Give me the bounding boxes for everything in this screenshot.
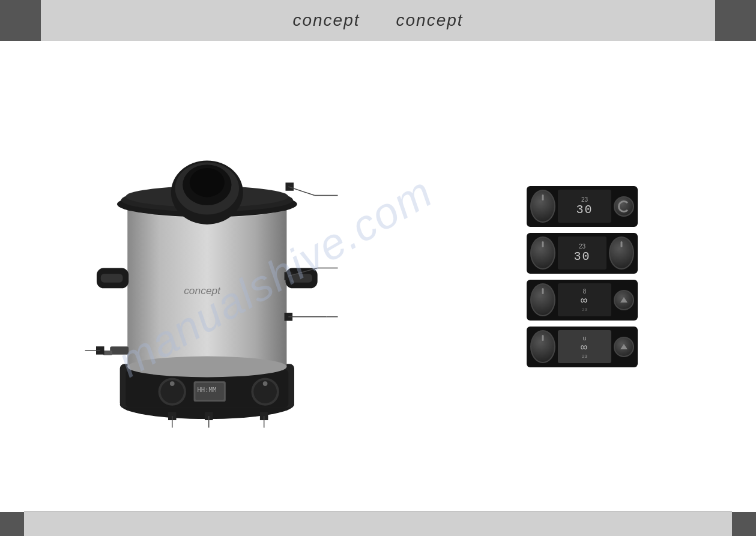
cp-arrow-icon-3 [620, 297, 627, 303]
cp-arrow-btn-3 [614, 290, 634, 310]
main-content: manualshive.com [0, 41, 756, 512]
control-panel-4: u ∞ 23 [527, 327, 638, 367]
cp-arrow-btn-4 [614, 337, 634, 357]
footer-left-block [0, 512, 24, 536]
cp-refresh-btn-1 [614, 196, 634, 217]
cp-knob-left-3 [530, 283, 555, 316]
svg-rect-10 [110, 346, 129, 355]
appliance-container: concept HH:MM [54, 97, 354, 457]
svg-point-22 [170, 381, 175, 386]
header-left-block [0, 0, 41, 41]
control-panel-3: 8 ∞ 23 [527, 280, 638, 321]
cp-display-4: u ∞ 23 [558, 330, 611, 363]
header-logo-2: concept [396, 11, 464, 30]
control-panel-1: 23 30 [527, 186, 638, 227]
footer-bar [0, 512, 756, 536]
cp-main-2: 30 [573, 250, 590, 263]
cp-refresh-icon-1 [618, 200, 630, 212]
header-right-block [715, 0, 756, 41]
cp-arrow-icon-4 [620, 344, 627, 349]
cp-knob-left-1 [530, 190, 555, 223]
header-logos: concept concept [292, 11, 463, 30]
cp-bottom-3: 23 [582, 307, 587, 312]
cp-display-3: 8 ∞ 23 [558, 283, 611, 316]
cp-knob-left-4 [530, 330, 555, 363]
cp-main-3: ∞ [581, 295, 588, 307]
cp-knob-right-2 [609, 236, 634, 270]
footer-right-block [732, 512, 756, 536]
left-section: manualshive.com [0, 41, 408, 512]
appliance-diagram: concept HH:MM [54, 97, 354, 457]
cp-temp-2: 23 [579, 243, 585, 250]
cp-main-1: 30 [576, 203, 593, 217]
svg-rect-11 [103, 350, 112, 355]
svg-line-30 [288, 187, 315, 196]
svg-point-5 [127, 356, 286, 377]
svg-text:concept: concept [184, 285, 221, 297]
header-logo-1: concept [292, 11, 360, 30]
cp-knob-left-2 [530, 236, 555, 270]
control-panel-2: 23 30 [527, 233, 638, 274]
cp-bottom-4: 23 [582, 354, 587, 359]
svg-point-19 [190, 168, 225, 197]
svg-point-28 [263, 381, 268, 386]
svg-rect-7 [101, 274, 123, 283]
cp-temp-4: u [583, 335, 587, 342]
cp-display-2: 23 30 [558, 236, 606, 270]
right-section: 23 30 23 30 8 ∞ 23 [408, 41, 756, 512]
cp-main-4: ∞ [581, 342, 588, 354]
cp-temp-1: 23 [581, 196, 588, 203]
svg-text:HH:MM: HH:MM [197, 385, 216, 393]
cp-display-1: 23 30 [558, 190, 611, 223]
header-bar: concept concept [0, 0, 756, 41]
cp-temp-3: 8 [583, 288, 587, 295]
